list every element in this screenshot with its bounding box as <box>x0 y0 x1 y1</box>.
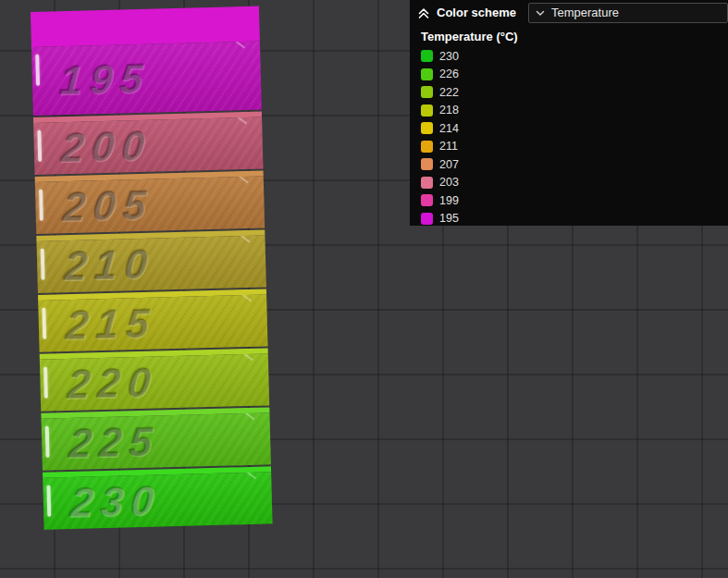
legend-subtitle: Temperature (°C) <box>410 25 728 47</box>
legend-header: Color scheme Temperature <box>410 0 728 25</box>
tower-block-face: 225 <box>42 412 271 470</box>
legend-list: 230 226 222 218 214 211 <box>410 47 728 228</box>
tower-block-label: 220 <box>67 359 160 408</box>
tower-block-face: 205 <box>35 176 265 233</box>
tower-block-label: 225 <box>68 418 161 467</box>
legend-item-value: 222 <box>439 86 459 99</box>
legend-title: Color scheme <box>437 6 516 19</box>
color-swatch <box>421 177 433 189</box>
tower-block: 225 <box>41 407 271 470</box>
legend-item: 211 <box>421 138 728 156</box>
legend-item: 230 <box>421 47 728 66</box>
3d-viewport[interactable]: 195 200 205 210 215 <box>0 0 728 578</box>
tower-block: 220 <box>40 348 270 411</box>
tower-block-label: 210 <box>63 241 156 290</box>
color-scheme-selected-value: Temperature <box>551 6 619 19</box>
color-swatch <box>421 213 433 225</box>
tower-block-face: 195 <box>31 42 262 116</box>
temperature-tower: 195 200 205 210 215 <box>31 6 273 532</box>
color-swatch <box>421 50 433 62</box>
tower-block-face: 220 <box>40 353 269 411</box>
tower-block: 200 <box>33 111 264 174</box>
tower-block: 195 <box>31 6 262 116</box>
legend-item-value: 203 <box>439 176 459 189</box>
legend-item-value: 214 <box>439 122 459 135</box>
legend-item: 226 <box>421 66 728 84</box>
legend-item: 203 <box>421 174 728 192</box>
legend-item: 222 <box>421 83 728 102</box>
tower-block: 230 <box>43 466 273 529</box>
legend-item-value: 211 <box>439 140 458 153</box>
color-swatch <box>421 158 433 170</box>
color-swatch <box>421 141 433 153</box>
tower-block-label: 215 <box>65 300 158 349</box>
tower-block: 210 <box>36 229 266 292</box>
legend-item-value: 195 <box>439 212 459 225</box>
legend-item-value: 218 <box>439 104 459 117</box>
color-swatch <box>421 122 433 134</box>
legend-item-value: 226 <box>439 68 459 80</box>
legend-item: 218 <box>421 102 728 120</box>
legend-item-value: 230 <box>439 50 459 63</box>
color-swatch <box>421 105 433 117</box>
legend-item: 199 <box>421 191 728 210</box>
color-swatch <box>421 194 433 206</box>
color-swatch <box>421 68 433 80</box>
collapse-double-chevron-up-icon[interactable] <box>417 6 430 19</box>
legend-item: 195 <box>421 210 728 228</box>
tower-block: 205 <box>35 170 265 233</box>
tower-block-face: 215 <box>38 294 267 351</box>
tower-block-label: 205 <box>62 182 155 231</box>
legend-item: 214 <box>421 119 728 138</box>
color-scheme-dropdown[interactable]: Temperature <box>528 3 728 23</box>
tower-block-top <box>31 6 260 47</box>
tower-block-label: 230 <box>69 477 163 526</box>
color-swatch <box>421 86 433 98</box>
legend-item-value: 207 <box>439 158 459 171</box>
tower-block-label: 200 <box>60 123 154 172</box>
tower-block-face: 200 <box>33 117 263 174</box>
legend-item: 207 <box>421 155 728 174</box>
legend-panel: Color scheme Temperature Temperature (°C… <box>410 0 728 226</box>
tower-block-label: 195 <box>58 55 152 105</box>
tower-block-face: 230 <box>43 472 272 529</box>
tower-block-face: 210 <box>36 235 265 292</box>
legend-item-value: 199 <box>439 194 459 207</box>
tower-block: 215 <box>38 289 268 351</box>
chevron-down-icon <box>535 7 546 18</box>
